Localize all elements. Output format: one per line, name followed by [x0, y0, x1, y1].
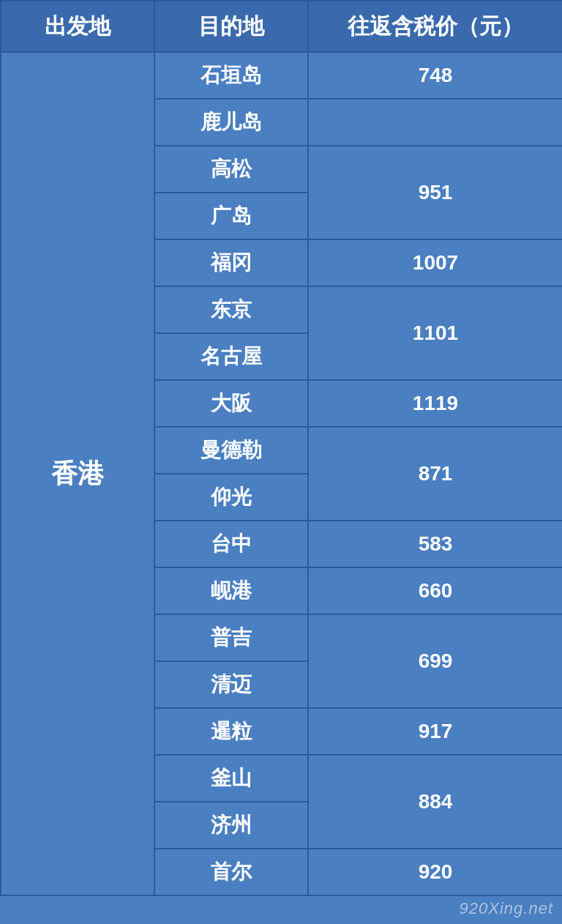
dest-cell: 首尔 — [154, 849, 308, 895]
dest-cell: 济州 — [154, 802, 308, 849]
dest-cell: 曼德勒 — [154, 427, 308, 474]
price-cell: 920 — [308, 849, 562, 895]
dest-cell: 鹿儿岛 — [154, 99, 308, 146]
price-table: 出发地 目的地 往返含税价（元） 香港石垣岛748鹿儿岛高松951广岛福冈100… — [0, 0, 562, 896]
dest-cell: 大阪 — [154, 380, 308, 427]
price-cell: 1007 — [308, 239, 562, 286]
dest-cell: 名古屋 — [154, 333, 308, 380]
header-origin: 出发地 — [1, 1, 154, 52]
dest-cell: 仰光 — [154, 474, 308, 521]
watermark: 920Xing.net — [460, 899, 553, 918]
dest-cell: 广岛 — [154, 193, 308, 239]
header-price: 往返含税价（元） — [308, 1, 562, 52]
price-cell: 871 — [308, 427, 562, 521]
dest-cell: 台中 — [154, 521, 308, 567]
price-cell: 917 — [308, 708, 562, 755]
dest-cell: 暹粒 — [154, 708, 308, 755]
price-cell: 660 — [308, 567, 562, 614]
price-cell: 699 — [308, 614, 562, 708]
header-dest: 目的地 — [154, 1, 308, 52]
table-header-row: 出发地 目的地 往返含税价（元） — [1, 1, 562, 52]
price-cell: 884 — [308, 755, 562, 849]
dest-cell: 釜山 — [154, 755, 308, 802]
table-wrapper: 出发地 目的地 往返含税价（元） 香港石垣岛748鹿儿岛高松951广岛福冈100… — [0, 0, 562, 924]
dest-cell: 清迈 — [154, 661, 308, 708]
dest-cell: 石垣岛 — [154, 52, 308, 99]
price-cell: 951 — [308, 146, 562, 239]
origin-cell: 香港 — [1, 52, 154, 895]
price-cell: 1119 — [308, 380, 562, 427]
dest-cell: 高松 — [154, 146, 308, 193]
table-row: 香港石垣岛748 — [1, 52, 562, 99]
dest-cell: 东京 — [154, 286, 308, 333]
price-cell: 583 — [308, 521, 562, 567]
price-cell: 1101 — [308, 286, 562, 380]
dest-cell: 普吉 — [154, 614, 308, 661]
dest-cell: 福冈 — [154, 239, 308, 286]
dest-cell: 岘港 — [154, 567, 308, 614]
price-cell: 748 — [308, 52, 562, 99]
